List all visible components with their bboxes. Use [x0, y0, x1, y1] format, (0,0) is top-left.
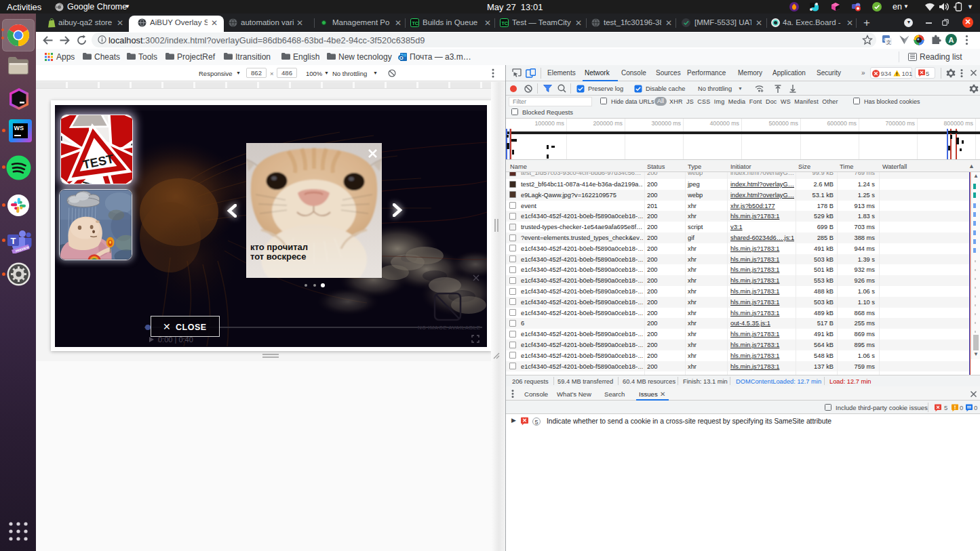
- svg-text:TC: TC: [412, 21, 418, 26]
- svg-text:T: T: [11, 236, 16, 246]
- svg-text:тот воскресе: тот воскресе: [250, 251, 307, 262]
- svg-text:TC: TC: [502, 21, 508, 26]
- svg-text:кто прочитал: кто прочитал: [250, 242, 308, 252]
- svg-text:文: 文: [886, 39, 892, 45]
- svg-text:WS: WS: [14, 125, 24, 131]
- svg-text:O: O: [399, 55, 404, 61]
